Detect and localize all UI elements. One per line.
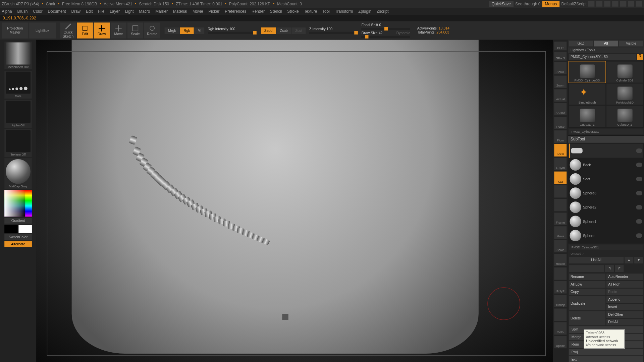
menu-material[interactable]: Material xyxy=(173,9,187,14)
SPix 3-button[interactable]: SPix 3 xyxy=(554,52,567,60)
seethrough-slider[interactable]: See-through 0 xyxy=(515,2,540,6)
del-other-button[interactable]: Del Other xyxy=(606,311,643,318)
rotate-button[interactable]: Rotate xyxy=(144,22,160,38)
menu-tool[interactable]: Tool xyxy=(322,9,330,14)
tool-r-button[interactable]: R xyxy=(637,54,643,60)
subtool-item[interactable]: Back xyxy=(569,158,643,172)
texture-slot[interactable]: Texture Off xyxy=(4,129,32,157)
rename-button[interactable]: Rename xyxy=(569,274,605,280)
paste-button[interactable]: Paste xyxy=(606,289,643,295)
project-header[interactable]: Proj xyxy=(569,349,643,355)
maximize-icon[interactable] xyxy=(628,1,634,7)
arrow-down-icon[interactable]: ▼ xyxy=(634,257,643,263)
tool-item[interactable]: PolyMesh3D xyxy=(606,83,643,105)
menu-texture[interactable]: Texture xyxy=(304,9,317,14)
Xyz-button[interactable]: Xyz xyxy=(554,172,567,184)
Persp-button[interactable]: Persp xyxy=(554,117,567,129)
arrow-icon[interactable]: ↱ xyxy=(615,265,624,272)
menu-transform[interactable]: Transform xyxy=(335,9,353,14)
tool-item[interactable]: Cylinder3D2 xyxy=(606,61,643,82)
nav-button[interactable] xyxy=(554,185,567,198)
nav-button[interactable] xyxy=(554,199,567,211)
Actual-button[interactable]: Actual xyxy=(554,89,567,102)
Move-button[interactable]: Move xyxy=(554,226,567,239)
subtool-item[interactable]: Sphere3 xyxy=(569,186,643,200)
duplicate-button[interactable]: Duplicate xyxy=(569,296,605,310)
menu-document[interactable]: Document xyxy=(48,9,66,14)
rgb-button[interactable]: Rgb xyxy=(180,27,194,34)
Scroll-button[interactable]: Scroll xyxy=(554,62,567,74)
window-icon[interactable] xyxy=(588,1,594,7)
menu-layer[interactable]: Layer xyxy=(110,9,120,14)
quicksave-button[interactable]: QuickSave xyxy=(489,1,514,7)
edit-button[interactable]: Edit xyxy=(77,22,93,38)
menu-zplugin[interactable]: Zplugin xyxy=(358,9,371,14)
minimize-icon[interactable] xyxy=(620,1,626,7)
close-icon[interactable] xyxy=(636,1,642,7)
AAHalf-button[interactable]: AAHalf xyxy=(554,103,567,115)
menu-marker[interactable]: Marker xyxy=(155,9,168,14)
Rotate-button[interactable]: Rotate xyxy=(554,254,567,266)
switch-color-button[interactable]: SwitchColor xyxy=(4,234,32,240)
Local-button[interactable]: Local xyxy=(554,144,567,157)
alpha-slot[interactable]: Alpha Off xyxy=(4,100,32,128)
Zoom-button[interactable]: Zoom xyxy=(554,75,567,88)
color-picker[interactable] xyxy=(4,190,32,217)
material-slot[interactable]: MatCap Gray xyxy=(4,158,32,189)
insert-button[interactable]: Insert xyxy=(606,304,643,310)
arrow-up-icon[interactable]: ▲ xyxy=(625,257,633,263)
draw-button[interactable]: Draw xyxy=(94,22,110,38)
del-all-button[interactable]: Del All xyxy=(606,319,643,325)
goz-button[interactable]: GoZ xyxy=(569,41,593,46)
menus-toggle[interactable]: Menus xyxy=(542,1,559,7)
menu-stroke[interactable]: Stroke xyxy=(287,9,299,14)
subtool-header[interactable]: SubTool xyxy=(568,135,644,143)
menu-stencil[interactable]: Stencil xyxy=(270,9,282,14)
zadd-button[interactable]: Zadd xyxy=(261,27,276,34)
menu-zscript[interactable]: Zscript xyxy=(377,9,389,14)
subtool-item[interactable]: Seat xyxy=(569,172,643,186)
lightbox-crumb[interactable]: Lightbox › Tools xyxy=(568,47,644,53)
menu-draw[interactable]: Draw xyxy=(71,9,80,14)
menu-render[interactable]: Render xyxy=(252,9,265,14)
projection-master-button[interactable]: Projection Master xyxy=(2,22,28,38)
lightbox-button[interactable]: LightBox xyxy=(29,22,56,38)
tool-item[interactable]: PM3D_Cylinder3D xyxy=(569,61,605,82)
menu-movie[interactable]: Movie xyxy=(193,9,203,14)
visible-button[interactable]: Visible xyxy=(619,41,643,46)
menu-macro[interactable]: Macro xyxy=(139,9,150,14)
menu-light[interactable]: Light xyxy=(125,9,134,14)
m-button[interactable]: M xyxy=(194,27,204,34)
scale-button[interactable]: Scale xyxy=(127,22,143,38)
tool-name-field[interactable]: PM3D_Cylinder3D1. 50 xyxy=(569,54,636,60)
menu-edit[interactable]: Edit xyxy=(86,9,93,14)
move-button[interactable]: Move xyxy=(111,22,126,38)
BPR-button[interactable]: BPR xyxy=(554,42,567,50)
quick-sketch-button[interactable]: Quick Sketch xyxy=(60,22,76,38)
Scale-button[interactable]: Scale xyxy=(554,240,567,252)
nav-button[interactable] xyxy=(554,308,567,321)
color-swatch-white[interactable] xyxy=(18,225,32,233)
tool-item[interactable]: Cube3D_1 xyxy=(569,106,605,127)
Solo-button[interactable]: Solo xyxy=(554,322,567,335)
draw-size-slider[interactable] xyxy=(362,36,410,38)
nav-button[interactable] xyxy=(554,267,567,280)
tool-item[interactable]: SimpleBrush xyxy=(569,83,605,105)
menu-preferences[interactable]: Preferences xyxy=(225,9,246,14)
alternate-button[interactable]: Alternate xyxy=(4,241,32,247)
viewport[interactable] xyxy=(36,40,553,362)
Floor-button[interactable]: Floor xyxy=(554,130,567,143)
subtool-item[interactable]: Sphere xyxy=(569,229,643,243)
Transp-button[interactable]: Transp xyxy=(554,295,567,307)
menu-picker[interactable]: Picker xyxy=(208,9,219,14)
copy-button[interactable]: Copy xyxy=(569,289,605,295)
z-intensity-slider[interactable] xyxy=(309,32,358,34)
window-icon[interactable] xyxy=(612,1,618,7)
zsub-button[interactable]: Zsub xyxy=(276,27,291,34)
subtool-item[interactable]: Sphere2 xyxy=(569,200,643,214)
subtool-item[interactable]: Sphere1 xyxy=(569,215,643,229)
all-button[interactable]: All xyxy=(594,41,618,46)
rgb-intensity-slider[interactable] xyxy=(208,32,256,34)
gradient-button[interactable]: Gradient xyxy=(4,218,32,224)
color-swatch-black[interactable] xyxy=(4,225,18,233)
